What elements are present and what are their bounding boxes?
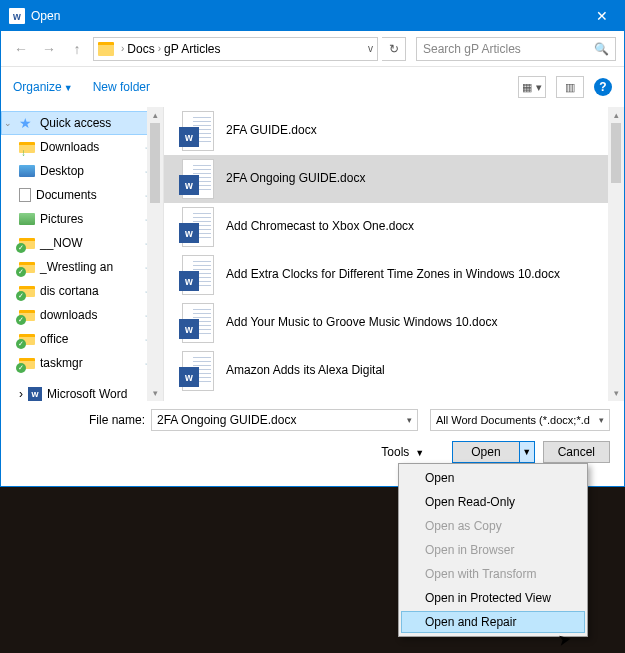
- file-item[interactable]: w2FA Ongoing GUIDE.docx: [164, 155, 624, 203]
- word-doc-icon: w: [182, 351, 214, 391]
- crumb-articles[interactable]: gP Articles: [164, 42, 220, 56]
- toolbar: Organize▼ New folder ▦ ▾ ▥ ?: [1, 67, 624, 107]
- crumb-docs[interactable]: Docs: [127, 42, 154, 56]
- breadcrumb[interactable]: › Docs › gP Articles v: [93, 37, 378, 61]
- sidebar-item-downloads[interactable]: Downloads📌: [1, 135, 163, 159]
- titlebar[interactable]: w Open ✕: [1, 1, 624, 31]
- folder-icon: [98, 42, 114, 56]
- menu-open-readonly[interactable]: Open Read-Only: [401, 490, 585, 514]
- open-dialog: w Open ✕ ← → ↑ › Docs › gP Articles v ↻ …: [0, 0, 625, 487]
- folder-icon: [19, 238, 35, 249]
- sidebar-scrollbar[interactable]: ▴▾: [147, 107, 163, 401]
- sidebar-item-wrestling[interactable]: _Wrestling an📌: [1, 255, 163, 279]
- star-icon: ★: [19, 116, 35, 130]
- word-doc-icon: w: [182, 111, 214, 151]
- cancel-button[interactable]: Cancel: [543, 441, 610, 463]
- word-doc-icon: w: [182, 303, 214, 343]
- chevron-down-icon: ▾: [407, 415, 412, 425]
- chevron-down-icon[interactable]: ⌄: [4, 118, 12, 128]
- folder-icon: [19, 286, 35, 297]
- file-item[interactable]: wAmazon Adds its Alexa Digital: [164, 347, 624, 395]
- menu-open-copy: Open as Copy: [401, 514, 585, 538]
- refresh-button[interactable]: ↻: [382, 37, 406, 61]
- sidebar-item-downloads2[interactable]: downloads📌: [1, 303, 163, 327]
- chevron-right-icon[interactable]: ›: [19, 387, 23, 401]
- menu-open-repair[interactable]: Open and Repair: [401, 611, 585, 633]
- sidebar-item-office[interactable]: office📌: [1, 327, 163, 351]
- nav-row: ← → ↑ › Docs › gP Articles v ↻ Search gP…: [1, 31, 624, 67]
- chevron-down-icon: ▾: [599, 415, 604, 425]
- sidebar-quick-access[interactable]: ⌄ ★ Quick access: [1, 111, 163, 135]
- desktop-icon: [19, 165, 35, 177]
- menu-open[interactable]: Open: [401, 466, 585, 490]
- up-button[interactable]: ↑: [65, 37, 89, 61]
- sidebar: ⌄ ★ Quick access Downloads📌 Desktop📌 Doc…: [1, 107, 164, 401]
- sidebar-item-documents[interactable]: Documents📌: [1, 183, 163, 207]
- menu-open-transform: Open with Transform: [401, 562, 585, 586]
- file-item[interactable]: wAdd Extra Clocks for Different Time Zon…: [164, 251, 624, 299]
- window-title: Open: [31, 9, 579, 23]
- open-button[interactable]: Open ▼: [452, 441, 534, 463]
- preview-pane-button[interactable]: ▥: [556, 76, 584, 98]
- back-button[interactable]: ←: [9, 37, 33, 61]
- chevron-down-icon[interactable]: v: [368, 43, 373, 54]
- word-app-icon: w: [9, 8, 25, 24]
- forward-button: →: [37, 37, 61, 61]
- tools-menu[interactable]: Tools▼: [381, 445, 424, 459]
- menu-open-protected[interactable]: Open in Protected View: [401, 586, 585, 610]
- filename-input[interactable]: 2FA Ongoing GUIDE.docx▾: [151, 409, 418, 431]
- sidebar-item-cortana[interactable]: dis cortana📌: [1, 279, 163, 303]
- chevron-right-icon: ›: [158, 43, 161, 54]
- folder-icon: [19, 310, 35, 321]
- folder-icon: [19, 334, 35, 345]
- sidebar-item-taskmgr[interactable]: taskmgr📌: [1, 351, 163, 375]
- folder-icon: [19, 358, 35, 369]
- sidebar-item-pictures[interactable]: Pictures📌: [1, 207, 163, 231]
- file-item[interactable]: wAdd Chromecast to Xbox One.docx: [164, 203, 624, 251]
- search-input[interactable]: Search gP Articles 🔍: [416, 37, 616, 61]
- file-type-filter[interactable]: All Word Documents (*.docx;*.d▾: [430, 409, 610, 431]
- sidebar-item-now[interactable]: __NOW📌: [1, 231, 163, 255]
- search-icon[interactable]: 🔍: [594, 42, 609, 56]
- sidebar-item-desktop[interactable]: Desktop📌: [1, 159, 163, 183]
- file-item[interactable]: w2FA GUIDE.docx: [164, 107, 624, 155]
- file-list: w2FA GUIDE.docx w2FA Ongoing GUIDE.docx …: [164, 107, 624, 401]
- documents-icon: [19, 188, 31, 202]
- view-options-button[interactable]: ▦ ▾: [518, 76, 546, 98]
- word-doc-icon: w: [182, 159, 214, 199]
- word-doc-icon: w: [182, 207, 214, 247]
- open-dropdown-menu: Open Open Read-Only Open as Copy Open in…: [398, 463, 588, 637]
- open-dropdown-arrow[interactable]: ▼: [519, 441, 535, 463]
- filelist-scrollbar[interactable]: ▴▾: [608, 107, 624, 401]
- dialog-body: ⌄ ★ Quick access Downloads📌 Desktop📌 Doc…: [1, 107, 624, 401]
- chevron-right-icon: ›: [121, 43, 124, 54]
- new-folder-button[interactable]: New folder: [93, 80, 150, 94]
- sidebar-word[interactable]: ›wMicrosoft Word: [1, 383, 163, 401]
- downloads-icon: [19, 142, 35, 153]
- file-item[interactable]: wAdd Your Music to Groove Music Windows …: [164, 299, 624, 347]
- close-button[interactable]: ✕: [579, 1, 624, 31]
- dialog-footer: File name: 2FA Ongoing GUIDE.docx▾ All W…: [1, 401, 624, 471]
- folder-icon: [19, 262, 35, 273]
- word-icon: w: [28, 387, 42, 401]
- help-button[interactable]: ?: [594, 78, 612, 96]
- menu-open-browser: Open in Browser: [401, 538, 585, 562]
- filename-label: File name:: [15, 413, 145, 427]
- organize-menu[interactable]: Organize▼: [13, 80, 73, 94]
- search-placeholder: Search gP Articles: [423, 42, 521, 56]
- word-doc-icon: w: [182, 255, 214, 295]
- pictures-icon: [19, 213, 35, 225]
